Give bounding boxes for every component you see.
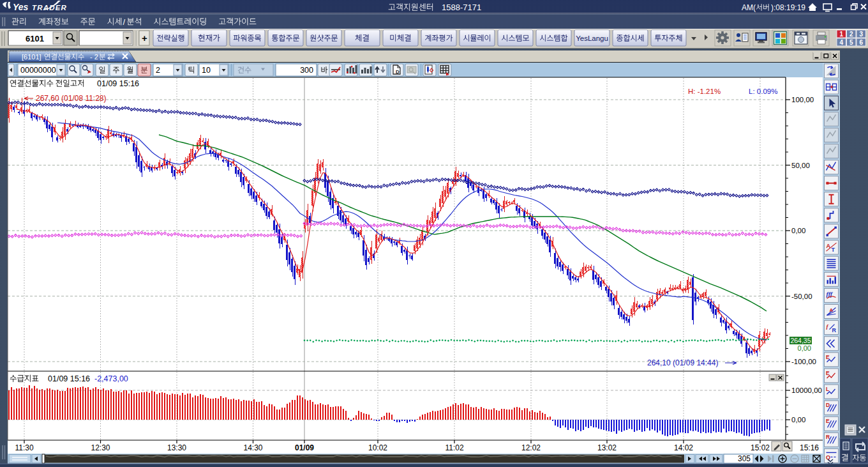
svg-text:10: 10 (202, 66, 211, 75)
svg-text:100,00: 100,00 (791, 96, 814, 103)
svg-text:0,00: 0,00 (791, 227, 805, 234)
svg-text:0,00: 0,00 (791, 416, 805, 424)
svg-text:TRADER: TRADER (32, 4, 67, 11)
svg-text:-50,00: -50,00 (791, 293, 812, 300)
svg-text:10000,00: 10000,00 (791, 387, 822, 394)
svg-text:13:30: 13:30 (167, 443, 186, 452)
svg-text:3: 3 (859, 31, 863, 38)
svg-text:267,60 (01/08 11:28): 267,60 (01/08 11:28) (36, 94, 107, 103)
svg-text:6: 6 (859, 39, 863, 46)
svg-text:R: R (826, 434, 830, 440)
svg-text:15:02: 15:02 (751, 443, 770, 452)
svg-text:12:02: 12:02 (521, 443, 541, 452)
svg-text:13:02: 13:02 (597, 443, 617, 452)
svg-text:6101: 6101 (26, 34, 44, 43)
svg-text:YesLangu: YesLangu (576, 34, 608, 42)
svg-text:264,10 (01/09 14:44): 264,10 (01/09 14:44) (647, 358, 718, 367)
svg-text:R: R (832, 327, 837, 333)
svg-text:1588-7171: 1588-7171 (442, 3, 481, 12)
svg-text:300: 300 (300, 66, 313, 75)
svg-text:5: 5 (849, 39, 853, 46)
svg-text:L: 0.09%: L: 0.09% (749, 88, 777, 95)
svg-text:[6101]: [6101] (22, 53, 41, 61)
svg-text:14:30: 14:30 (243, 443, 262, 452)
svg-text:-100,00: -100,00 (791, 358, 816, 365)
svg-text:12:30: 12:30 (91, 443, 110, 452)
svg-text:Yes: Yes (13, 2, 29, 12)
svg-text:11:30: 11:30 (15, 443, 33, 452)
svg-text:AM(: AM( (742, 3, 756, 12)
svg-text:01/09: 01/09 (295, 443, 314, 452)
svg-text:E: E (826, 418, 830, 424)
svg-text:- 2: - 2 (90, 53, 98, 61)
svg-text:):08:19:19: ):08:19:19 (771, 3, 805, 12)
svg-text:2: 2 (849, 31, 853, 38)
svg-text:T: T (832, 247, 835, 253)
svg-text:D: D (396, 69, 400, 75)
svg-text:D: D (826, 402, 830, 408)
svg-text:01/09 15:16: 01/09 15:16 (48, 374, 90, 383)
svg-text:15:16: 15:16 (800, 443, 819, 452)
svg-text:264,35: 264,35 (790, 337, 811, 344)
svg-text:2: 2 (156, 66, 160, 75)
svg-text:0,00: 0,00 (798, 344, 811, 352)
svg-text:L: L (826, 386, 829, 392)
svg-text:14:02: 14:02 (674, 443, 693, 452)
svg-text:A: A (830, 307, 834, 313)
svg-text:11:02: 11:02 (445, 443, 463, 452)
svg-text:50,00: 50,00 (791, 162, 810, 169)
svg-text:1: 1 (839, 31, 843, 38)
svg-text:305: 305 (738, 454, 751, 463)
svg-text:/: / (123, 17, 126, 27)
svg-text:10:02: 10:02 (368, 443, 387, 452)
svg-text:00000000: 00000000 (20, 66, 56, 75)
svg-text:H: -1.21%: H: -1.21% (688, 88, 721, 95)
svg-text:-2,473,00: -2,473,00 (94, 374, 128, 383)
svg-text:+: + (142, 33, 147, 43)
svg-text:01/09 15:16: 01/09 15:16 (97, 79, 139, 88)
svg-text:4: 4 (839, 39, 843, 46)
